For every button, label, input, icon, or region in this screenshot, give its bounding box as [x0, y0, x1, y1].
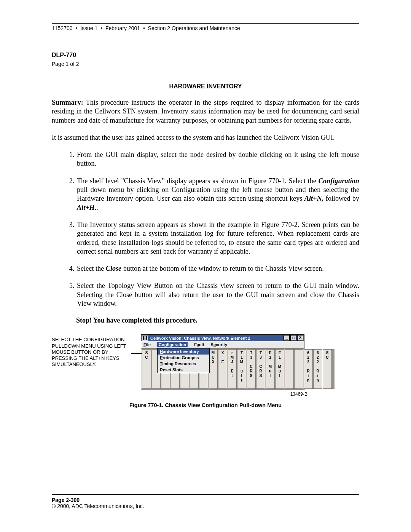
close-icon[interactable]: X [297, 335, 303, 341]
figure-image-area: Cellworx Vision: Chassis View, Network E… [138, 334, 359, 390]
summary-label: Summary: [52, 99, 83, 106]
slot: 6 2 2 R i n [313, 349, 322, 389]
stop-line: Stop! You have completed this procedure. [76, 316, 359, 324]
dropdown-item-timing-resources[interactable]: Timing Resources [158, 361, 209, 367]
chassis-edge [332, 349, 335, 389]
step-2: The shelf level "Chassis View" display a… [76, 177, 359, 212]
step-5: Select the Topology View Button on the C… [76, 281, 359, 308]
slot [294, 349, 303, 389]
running-header: 1152700 • Issue 1 • February 2001 • Sect… [52, 25, 359, 31]
slot: T 3 C R S [256, 349, 265, 389]
maximize-icon[interactable]: □ [290, 335, 296, 341]
window-title-bar: Cellworx Vision: Chassis View, Network E… [141, 335, 304, 341]
page-footer: Page 2-300 © 2000, ADC Telecommunication… [52, 497, 144, 509]
configuration-dropdown: Hardware Inventory Protection Groupss Ti… [157, 348, 210, 373]
section: Section 2 Operations and Maintenance [148, 25, 240, 31]
slot: E 1 M u I [275, 349, 284, 389]
menu-configuration[interactable]: Configuration [157, 342, 188, 347]
bullet-icon: • [99, 25, 104, 31]
dropdown-item-reset-slots[interactable]: Reset Slots [158, 367, 209, 373]
window-title: Cellworx Vision: Chassis View, Network E… [150, 336, 250, 340]
procedure-steps: From the GUI main display, select the no… [52, 150, 359, 308]
step-4: Select the Close button at the bottom of… [76, 264, 359, 273]
client-area: S C C M U X X E r M J E t T 1 M u I t T … [141, 348, 304, 390]
dlp-block: DLP-770 Page 1 of 2 [52, 52, 359, 67]
step-3: The Inventory status screen appears as s… [76, 220, 359, 256]
summary-text: This procedure instructs the operator in… [52, 99, 359, 124]
step-2-text-d: .. [95, 204, 98, 211]
figure-caption: Figure 770-1. Chassis View Configuration… [52, 402, 359, 408]
page-title: HARDWARE INVENTORY [52, 83, 359, 90]
slot: T 1 M u I t [237, 349, 246, 389]
doc-number: 1152700 [52, 25, 73, 31]
slot: T 3 C R S [247, 349, 256, 389]
slot: X E [218, 349, 227, 389]
figure-callout-note: SELECT THE CONFIGURATION PULLDOWN MENU U… [52, 334, 135, 367]
step-4-text-a: Select the [77, 265, 106, 272]
bullet-icon: • [74, 25, 79, 31]
step-2-alth: Alt+H [77, 204, 95, 211]
step-1: From the GUI main display, select the no… [76, 150, 359, 168]
top-rule [52, 23, 359, 24]
dropdown-item-hardware-inventory[interactable]: Hardware Inventory [158, 348, 209, 355]
slot: S C [323, 349, 332, 389]
dropdown-item-protection-groups[interactable]: Protection Groupss [158, 355, 209, 361]
footer-copyright: © 2000, ADC Telecommunications, Inc. [52, 503, 144, 509]
dlp-page: Page 1 of 2 [52, 61, 359, 67]
assumption-paragraph: It is assumed that the user has gained a… [52, 133, 359, 142]
step-2-text-c: followed by [323, 195, 359, 202]
bottom-rule [52, 494, 359, 495]
date: February 2001 [105, 25, 140, 31]
step-2-text-a: The shelf level "Chassis View" display a… [77, 177, 319, 185]
app-icon [142, 335, 148, 341]
figure-770-1: SELECT THE CONFIGURATION PULLDOWN MENU U… [52, 334, 359, 390]
figure-id: 13469-B [52, 391, 307, 397]
dlp-code: DLP-770 [52, 52, 359, 59]
slot: S C [142, 349, 151, 389]
step-2-altn: Alt+N, [304, 195, 323, 202]
minimize-icon[interactable]: _ [284, 335, 290, 341]
summary-paragraph: Summary: This procedure instructs the op… [52, 98, 359, 125]
step-4-text-b: button at the bottom of the window to re… [121, 265, 323, 272]
app-window: Cellworx Vision: Chassis View, Network E… [141, 334, 304, 390]
slot: 6 2 2 R i n [304, 349, 313, 389]
menu-security[interactable]: Security [211, 342, 227, 347]
slot [285, 349, 294, 389]
slot: r M J E t [228, 349, 237, 389]
bullet-icon: • [142, 25, 147, 31]
document-page: 1152700 • Issue 1 • February 2001 • Sect… [0, 0, 411, 532]
menu-fault[interactable]: Fault [194, 342, 204, 347]
slot: E 1 M u I [266, 349, 275, 389]
issue: Issue 1 [80, 25, 97, 31]
footer-page: Page 2-300 [52, 497, 144, 503]
slot: M U X [209, 349, 218, 389]
menu-file[interactable]: File [143, 342, 151, 347]
menu-bar: File Configuration Fault Security [141, 341, 304, 348]
step-2-configuration: Configuration [319, 177, 359, 185]
step-4-close: Close [106, 265, 121, 272]
